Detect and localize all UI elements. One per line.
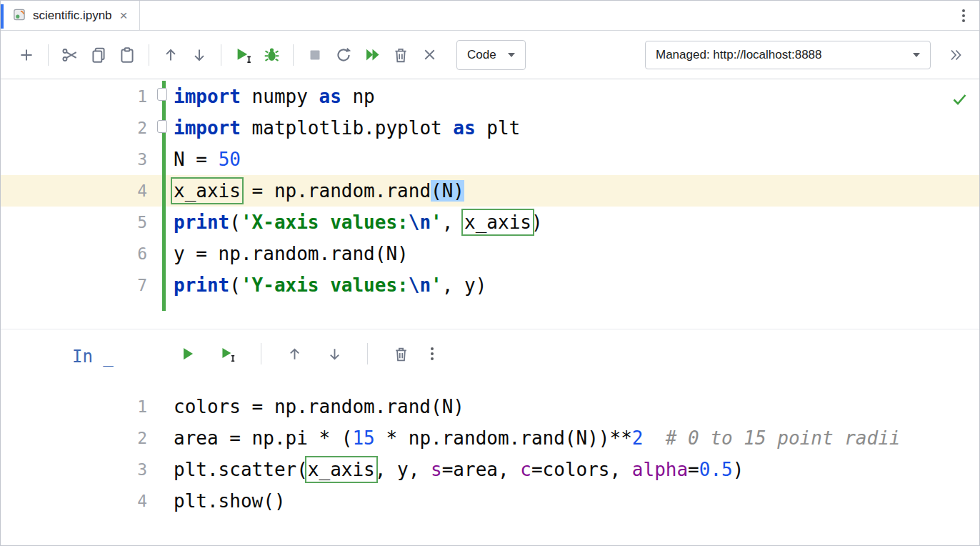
code-token: plt [476, 117, 521, 139]
line-number: 2 [1, 422, 162, 454]
run-cell-button[interactable] [174, 339, 202, 368]
arrow-up-icon [286, 345, 304, 363]
code-token: plt.show() [174, 490, 286, 512]
code-token: \n [409, 212, 431, 233]
code-line[interactable]: 1colors = np.random.rand(N) [1, 391, 979, 422]
cell-kebab-menu-icon[interactable] [426, 343, 438, 364]
debug-cell-button[interactable] [257, 41, 286, 69]
tab-title: scientific.ipynb [33, 9, 112, 23]
code-token: = np.random.rand [241, 180, 431, 202]
code-line[interactable]: 2import matplotlib.pyplot as plt [1, 112, 979, 144]
line-number: 6 [1, 238, 162, 269]
code-token: ) [733, 459, 744, 480]
close-x-icon [421, 46, 439, 64]
code-token: , [442, 212, 464, 233]
stop-icon [306, 46, 324, 64]
toolbar-separator [149, 44, 149, 66]
scissors-icon [61, 46, 79, 64]
toolbar-separator [48, 44, 49, 66]
double-play-icon [363, 45, 382, 64]
code-cell-2: In _ 1co [1, 329, 979, 517]
code-token: as [453, 117, 475, 139]
code-token: print [174, 212, 229, 233]
code-line[interactable]: 7print('Y-axis values:\n', y) [1, 269, 979, 301]
line-number: 4 [1, 485, 162, 517]
move-cell-down-button[interactable] [320, 339, 349, 368]
double-chevron-right-icon [946, 46, 964, 64]
bug-icon [262, 45, 281, 64]
copy-button[interactable] [84, 41, 113, 69]
window-kebab-menu-icon[interactable] [958, 5, 969, 26]
delete-cell-button[interactable] [386, 41, 415, 69]
code-token: ) [531, 212, 543, 233]
selected-text: (N) [431, 180, 464, 202]
code-line[interactable]: 4x_axis = np.random.rand(N) [1, 175, 979, 207]
code-token: print [174, 274, 229, 296]
code-line[interactable]: 3N = 50 [1, 144, 979, 175]
move-cell-up-button[interactable] [280, 339, 309, 368]
move-cell-up-button[interactable] [156, 41, 185, 69]
code-token: 'Y-axis values: [241, 274, 409, 296]
selected-cell-bar [162, 81, 166, 311]
move-cell-down-button[interactable] [185, 41, 214, 69]
code-cell-1: 1import numpy as np2import matplotlib.py… [1, 79, 979, 301]
code-line[interactable]: 4plt.show() [1, 485, 979, 517]
code-text: print('Y-axis values:\n', y) [162, 269, 486, 301]
code-token: 15 [352, 427, 374, 449]
cell-type-dropdown[interactable]: Code [456, 40, 526, 70]
toolbar-overflow-button[interactable] [941, 41, 969, 69]
arrow-up-icon [161, 46, 180, 64]
code-line[interactable]: 1import numpy as np [1, 81, 979, 112]
code-token [643, 427, 665, 449]
stop-kernel-button[interactable] [301, 41, 329, 69]
code-line[interactable]: 6y = np.random.rand(N) [1, 238, 979, 269]
cut-button[interactable] [56, 41, 84, 69]
clear-outputs-button[interactable] [415, 41, 444, 69]
code-token: * np.random.rand(N))** [375, 427, 632, 449]
fold-marker[interactable] [157, 88, 167, 101]
editor-tab-bar: scientific.ipynb × [1, 1, 979, 31]
code-token: = [688, 459, 699, 480]
tab-close-icon[interactable]: × [119, 7, 129, 24]
add-cell-button[interactable] [12, 41, 41, 69]
cell-prompt-label: In _ [72, 347, 114, 367]
code-token: N = [174, 149, 219, 170]
line-number: 3 [1, 454, 162, 485]
jupyter-server-value: Managed: http://localhost:8888 [656, 48, 822, 62]
highlighted-usage: x_axis [464, 212, 531, 233]
code-line[interactable]: 2area = np.pi * (15 * np.random.rand(N))… [1, 422, 979, 454]
jupyter-server-dropdown[interactable]: Managed: http://localhost:8888 [645, 41, 931, 69]
chevron-down-icon [913, 53, 920, 57]
run-cell-select-below-button[interactable] [214, 339, 242, 368]
line-number: 1 [1, 391, 162, 422]
code-token: 2 [632, 427, 644, 449]
code-text: import matplotlib.pyplot as plt [162, 112, 520, 144]
delete-cell-button[interactable] [386, 339, 415, 368]
tab-scientific-ipynb[interactable]: scientific.ipynb × [1, 1, 140, 30]
fold-marker[interactable] [157, 120, 167, 133]
code-token: y = np.random.rand(N) [174, 243, 409, 264]
trash-icon [391, 46, 410, 64]
code-token: c [520, 459, 531, 480]
line-number: 2 [1, 112, 162, 144]
code-line[interactable]: 5print('X-axis values:\n', x_axis) [1, 207, 979, 238]
line-number: 3 [1, 144, 162, 175]
restart-kernel-button[interactable] [329, 41, 358, 69]
highlighted-usage: x_axis [174, 180, 241, 202]
cell-1-code-lines: 1import numpy as np2import matplotlib.py… [1, 81, 979, 301]
code-token: ( [229, 212, 241, 233]
code-line[interactable]: 3plt.scatter(x_axis, y, s=area, c=colors… [1, 454, 979, 485]
run-all-cells-button[interactable] [358, 41, 386, 69]
run-cell-select-below-button[interactable] [229, 41, 257, 69]
paste-button[interactable] [113, 41, 141, 69]
toolbar-separator [261, 343, 261, 364]
notebook-editor: 1import numpy as np2import matplotlib.py… [1, 79, 979, 517]
code-token: np [341, 86, 375, 107]
notebook-toolbar: Code Managed: http://localhost:8888 [1, 31, 979, 79]
code-token: import [174, 86, 241, 107]
cell-type-value: Code [467, 48, 496, 62]
chevron-down-icon [508, 53, 515, 57]
ide-window: scientific.ipynb × [0, 0, 980, 546]
active-tab-indicator [1, 4, 4, 29]
code-token: \n [409, 274, 431, 296]
